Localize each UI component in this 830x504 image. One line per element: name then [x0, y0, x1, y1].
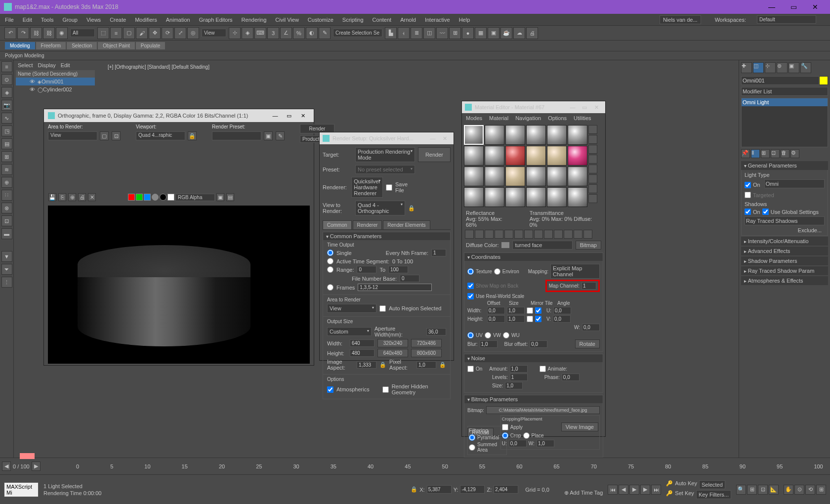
- me-showmap-check[interactable]: [467, 283, 474, 289]
- lock-icon[interactable]: 🔒: [411, 486, 417, 493]
- namedsel-select[interactable]: Create Selection Se: [333, 29, 382, 37]
- cp-bar-4[interactable]: ⊡: [771, 149, 780, 158]
- me-bitmap-path[interactable]: C:\Material\Metals\Machined\turned_face.…: [486, 406, 600, 414]
- rs-frames-radio[interactable]: [327, 284, 333, 291]
- cp-modifier-stack[interactable]: Omni Light: [741, 98, 828, 147]
- rs-min[interactable]: —: [427, 135, 439, 141]
- me-w-size[interactable]: [507, 307, 525, 314]
- renderframe-button[interactable]: ▣: [488, 27, 499, 39]
- rs-lock-icon[interactable]: 🔒: [379, 362, 386, 368]
- mat-swatch[interactable]: [464, 125, 484, 145]
- keyboard-button[interactable]: ⌨: [254, 27, 266, 39]
- lt-9[interactable]: ≋: [1, 164, 12, 175]
- me-crop-w[interactable]: [537, 440, 554, 447]
- me-crop-radio[interactable]: [502, 432, 508, 439]
- se-list-header[interactable]: Name (Sorted Descending): [16, 70, 95, 78]
- rf-min[interactable]: —: [268, 113, 282, 119]
- cp-lt-tgt[interactable]: [745, 192, 751, 198]
- me-rotate-button[interactable]: Rotate: [575, 339, 600, 348]
- mat-swatch[interactable]: [568, 167, 587, 186]
- rs-range-a[interactable]: [357, 266, 376, 273]
- me-noise-header[interactable]: ▾ Noise: [464, 354, 603, 362]
- undo-button[interactable]: ↶: [4, 27, 16, 39]
- me-bitmap-header[interactable]: ▾ Bitmap Parameters: [464, 395, 603, 403]
- lt-2[interactable]: ⊙: [1, 74, 12, 85]
- vp-pan[interactable]: ✋: [784, 485, 793, 495]
- me-tool[interactable]: [544, 230, 553, 239]
- toggle-button[interactable]: ◫: [423, 27, 435, 39]
- rf-del[interactable]: ✕: [88, 193, 96, 201]
- selection-filter[interactable]: All: [70, 29, 95, 37]
- cp-exclude-button[interactable]: Exclude...: [795, 227, 825, 233]
- me-side-3[interactable]: [588, 145, 597, 154]
- me-realworld-check[interactable]: [467, 293, 474, 299]
- eye-icon[interactable]: 👁: [30, 86, 36, 92]
- cp-atmos-header[interactable]: ▸ Atmospheres & Effects: [741, 276, 828, 285]
- manip-button[interactable]: ◈: [242, 27, 253, 39]
- menu-help[interactable]: Help: [459, 17, 470, 23]
- autokey-button[interactable]: Auto Key: [675, 480, 697, 489]
- menu-arnold[interactable]: Arnold: [400, 17, 416, 23]
- cp-sh-on[interactable]: [745, 209, 751, 215]
- me-w2-ang[interactable]: [582, 324, 600, 331]
- menu-create[interactable]: Create: [110, 17, 126, 23]
- menu-grapheditors[interactable]: Graph Editors: [199, 17, 233, 23]
- cp-create-tab[interactable]: ✚: [741, 62, 752, 73]
- mirror-button[interactable]: ▙: [385, 27, 397, 39]
- me-w-mirror[interactable]: [527, 307, 533, 314]
- me-bitmap-button[interactable]: Bitmap: [576, 241, 601, 250]
- me-menu-options[interactable]: Options: [548, 115, 567, 121]
- me-tool[interactable]: [475, 230, 484, 239]
- setkey-btn[interactable]: 🔑: [666, 490, 673, 499]
- rf-mono-ch[interactable]: [160, 194, 166, 201]
- rs-tab-common[interactable]: Common: [323, 220, 352, 229]
- rs-tab-renderer[interactable]: Renderer: [353, 220, 382, 229]
- me-tool[interactable]: [504, 230, 513, 239]
- cp-shadowparams-header[interactable]: ▸ Shadow Parameters: [741, 256, 828, 265]
- mat-swatch[interactable]: [464, 146, 484, 166]
- me-v-ang[interactable]: [553, 315, 571, 323]
- me-noise-lvl[interactable]: [510, 374, 528, 381]
- select-rect-button[interactable]: ▢: [123, 27, 135, 39]
- me-h-size[interactable]: [507, 315, 525, 323]
- me-viewimg-button[interactable]: View Image: [561, 422, 598, 431]
- ribbon-tab-freeform[interactable]: Freeform: [36, 42, 66, 49]
- lt-11[interactable]: ∷: [1, 190, 12, 201]
- rf-lock-icon[interactable]: 🔒: [188, 131, 197, 140]
- rs-savefile-check[interactable]: [386, 184, 392, 191]
- rs-single-radio[interactable]: [327, 250, 333, 256]
- me-uv-radio[interactable]: [467, 332, 474, 338]
- material-button[interactable]: ●: [462, 27, 474, 39]
- percentsnap-button[interactable]: %: [293, 27, 305, 39]
- me-menu-modes[interactable]: Modes: [466, 115, 482, 121]
- mat-swatch[interactable]: [547, 125, 567, 145]
- ribbon-tab-objectpaint[interactable]: Object Paint: [98, 42, 134, 49]
- cp-bar-1[interactable]: 📌: [741, 149, 750, 158]
- me-pyr-radio[interactable]: [469, 434, 475, 441]
- mat-swatch[interactable]: [505, 187, 525, 207]
- tl-slider[interactable]: [20, 453, 35, 459]
- vp-fov[interactable]: 📐: [769, 485, 779, 495]
- menu-rendering[interactable]: Rendering: [242, 17, 267, 23]
- rf-area-select[interactable]: View: [48, 131, 97, 140]
- me-mapping-select[interactable]: Explicit Map Channel: [550, 264, 600, 279]
- me-side-6[interactable]: [588, 174, 597, 183]
- rs-paspect-input[interactable]: [416, 361, 436, 369]
- rf-alpha-ch[interactable]: [152, 194, 159, 201]
- maxscript-mini[interactable]: MAXScript Mi: [4, 482, 39, 497]
- me-close[interactable]: ✕: [590, 104, 602, 111]
- scale-button[interactable]: ⤢: [174, 27, 186, 39]
- select-button[interactable]: ⬚: [97, 27, 109, 39]
- lt-funnel[interactable]: ⏷: [1, 264, 12, 275]
- play-start[interactable]: ⏮: [608, 485, 618, 495]
- lt-1[interactable]: ≡: [1, 61, 12, 72]
- user-account[interactable]: Niels van de...: [660, 15, 701, 24]
- rs-aperture-input[interactable]: [426, 328, 446, 336]
- rf-channel-select[interactable]: RGB Alpha: [175, 194, 215, 201]
- rs-range-b[interactable]: [388, 266, 408, 273]
- viewport-label[interactable]: [+] [Orthographic] [Standard] [Default S…: [108, 64, 209, 70]
- me-tool[interactable]: [583, 230, 592, 239]
- vp-zoomall[interactable]: ⊞: [747, 485, 757, 495]
- rf-area-btn2[interactable]: ⊡: [112, 131, 121, 140]
- rf-save[interactable]: 💾: [48, 193, 56, 201]
